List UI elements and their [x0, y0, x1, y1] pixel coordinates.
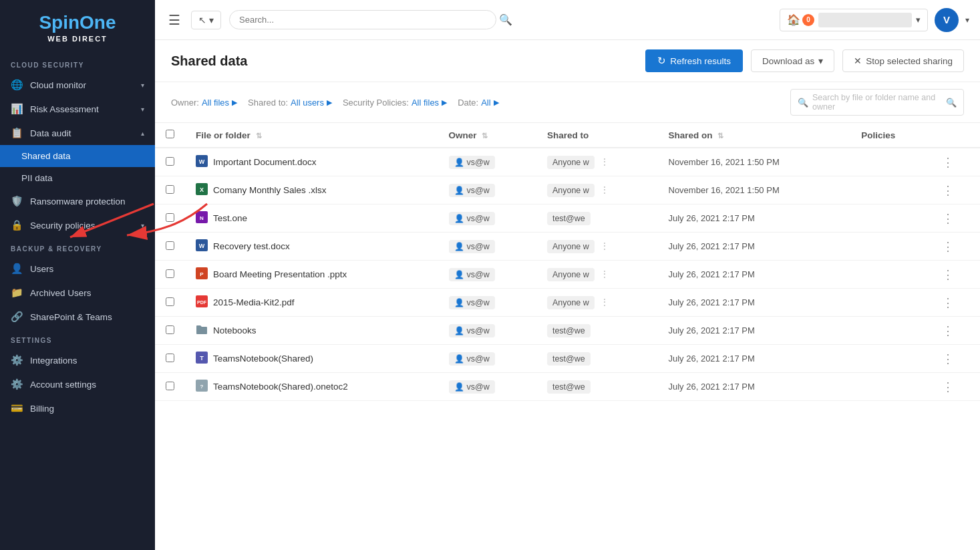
row-checkbox[interactable] [166, 269, 174, 278]
shared-options-icon[interactable]: ⋮ [600, 156, 609, 167]
row-checkbox[interactable] [166, 354, 174, 362]
share-button[interactable]: ↖ ▾ [191, 11, 221, 29]
sidebar-item-pii-data[interactable]: PII data [0, 167, 155, 189]
shared-to-filter[interactable]: Shared to: All users ▶ [248, 98, 332, 108]
sidebar-item-ransomware-protection[interactable]: 🛡️ Ransomware protection [0, 189, 155, 213]
row-checkbox[interactable] [166, 241, 174, 250]
refresh-results-button[interactable]: ↻ Refresh results [645, 49, 743, 72]
refresh-label: Refresh results [670, 56, 731, 66]
owner-filter[interactable]: Owner: All files ▶ [171, 98, 237, 108]
row-actions-cell[interactable]: ⋮ [931, 204, 980, 233]
table-row: ? TeamsNotebook(Shared).onetoc2 👤 vs@w t… [155, 373, 980, 401]
row-checkbox-cell[interactable] [155, 289, 185, 317]
row-checkbox[interactable] [166, 185, 174, 194]
owner-value: vs@w [467, 242, 490, 251]
shared-options-icon[interactable]: ⋮ [600, 184, 609, 195]
download-as-button[interactable]: Download as ▾ [751, 49, 834, 72]
sort-icon-file[interactable]: ⇅ [256, 132, 262, 140]
table-search[interactable]: 🔍 Search by file or folder name and owne… [790, 89, 964, 116]
col-shared-on: Shared on ⇅ [658, 123, 851, 148]
sort-icon-shared-on[interactable]: ⇅ [717, 132, 723, 140]
stop-sharing-label: Stop selected sharing [866, 56, 953, 66]
sidebar-item-data-audit[interactable]: 📋 Data audit ▴ [0, 121, 155, 145]
row-actions-cell[interactable]: ⋮ [931, 289, 980, 317]
sidebar-item-cloud-monitor[interactable]: 🌐 Cloud monitor ▾ [0, 73, 155, 97]
row-more-button[interactable]: ⋮ [942, 268, 954, 281]
hamburger-menu-button[interactable]: ☰ [166, 9, 183, 31]
avatar[interactable]: V [935, 8, 959, 32]
select-all-header[interactable] [155, 123, 185, 148]
tenant-selector[interactable]: 🏠 0 ▾ [780, 9, 928, 31]
row-actions-cell[interactable]: ⋮ [931, 148, 980, 176]
date-filter[interactable]: Date: All ▶ [458, 98, 499, 108]
row-checkbox-cell[interactable] [155, 345, 185, 373]
row-more-button[interactable]: ⋮ [942, 156, 954, 169]
row-more-button[interactable]: ⋮ [942, 352, 954, 366]
svg-text:N: N [200, 215, 204, 221]
row-checkbox-cell[interactable] [155, 317, 185, 345]
owner-value: vs@w [467, 270, 490, 279]
row-more-button[interactable]: ⋮ [942, 296, 954, 309]
logo-text: SpinOne [39, 13, 116, 32]
sidebar-item-users[interactable]: 👤 Users [0, 257, 155, 281]
owner-person-icon: 👤 [454, 158, 464, 167]
shared-options-icon[interactable]: ⋮ [600, 269, 609, 279]
chevron-down-icon: ▾ [141, 106, 144, 113]
row-actions-cell[interactable]: ⋮ [931, 233, 980, 261]
chevron-up-icon: ▴ [141, 130, 144, 137]
search-icon: 🔍 [798, 98, 808, 108]
file-name-cell: N Test.one [185, 204, 438, 233]
svg-text:PDF: PDF [197, 300, 207, 305]
sidebar-item-account-settings[interactable]: ⚙️ Account settings [0, 372, 155, 396]
row-more-button[interactable]: ⋮ [942, 212, 954, 225]
table-row: X Comany Monthly Sales .xlsx 👤 vs@w Anyo… [155, 176, 980, 204]
row-checkbox[interactable] [166, 297, 174, 306]
sidebar-item-billing[interactable]: 💳 Billing [0, 396, 155, 420]
sidebar: SpinOne WEB DIRECT CLOUD SECURITY 🌐 Clou… [0, 0, 155, 550]
sidebar-item-sharepoint-teams[interactable]: 🔗 SharePoint & Teams [0, 305, 155, 329]
cloud-monitor-icon: 🌐 [11, 79, 23, 91]
shared-on-value: July 26, 2021 2:17 PM [669, 382, 755, 392]
row-more-button[interactable]: ⋮ [942, 184, 954, 197]
row-more-button[interactable]: ⋮ [942, 324, 954, 337]
sort-icon-owner[interactable]: ⇅ [482, 132, 488, 140]
policies-cell [850, 148, 931, 176]
security-policies-filter[interactable]: Security Policies: All files ▶ [343, 98, 447, 108]
row-checkbox-cell[interactable] [155, 261, 185, 289]
file-name-cell: X Comany Monthly Sales .xlsx [185, 176, 438, 204]
sidebar-item-archived-users[interactable]: 📁 Archived Users [0, 281, 155, 305]
row-checkbox-cell[interactable] [155, 204, 185, 233]
shared-options-icon[interactable]: ⋮ [600, 297, 609, 307]
svg-text:W: W [199, 243, 205, 249]
row-checkbox[interactable] [166, 157, 174, 166]
sidebar-item-risk-assessment[interactable]: 📊 Risk Assessment ▾ [0, 97, 155, 121]
row-checkbox-cell[interactable] [155, 233, 185, 261]
row-actions-cell[interactable]: ⋮ [931, 317, 980, 345]
shared-to-value: All users [291, 98, 324, 108]
shared-options-icon[interactable]: ⋮ [600, 241, 609, 251]
navbar-search-input[interactable] [229, 10, 496, 29]
row-checkbox-cell[interactable] [155, 373, 185, 401]
row-actions-cell[interactable]: ⋮ [931, 261, 980, 289]
row-checkbox-cell[interactable] [155, 176, 185, 204]
row-actions-cell[interactable]: ⋮ [931, 176, 980, 204]
row-checkbox-cell[interactable] [155, 148, 185, 176]
sidebar-item-security-policies[interactable]: 🔒 Security policies ▾ [0, 213, 155, 237]
search-submit-icon[interactable]: 🔍 [946, 98, 957, 108]
shared-to-arrow-icon: ▶ [327, 98, 332, 107]
row-actions-cell[interactable]: ⋮ [931, 345, 980, 373]
file-name-cell: PDF 2015-Media-Kit2.pdf [185, 289, 438, 317]
row-more-button[interactable]: ⋮ [942, 240, 954, 253]
row-actions-cell[interactable]: ⋮ [931, 373, 980, 401]
row-checkbox[interactable] [166, 325, 174, 334]
shared-on-value: November 16, 2021 1:50 PM [669, 157, 780, 167]
row-checkbox[interactable] [166, 213, 174, 222]
owner-cell: 👤 vs@w [438, 345, 536, 373]
sidebar-item-shared-data[interactable]: Shared data [0, 145, 155, 167]
row-checkbox[interactable] [166, 382, 174, 390]
owner-cell: 👤 vs@w [438, 261, 536, 289]
row-more-button[interactable]: ⋮ [942, 380, 954, 394]
sidebar-item-integrations[interactable]: ⚙️ Integrations [0, 348, 155, 372]
select-all-checkbox[interactable] [166, 130, 174, 138]
stop-selected-sharing-button[interactable]: ✕ Stop selected sharing [842, 49, 964, 72]
